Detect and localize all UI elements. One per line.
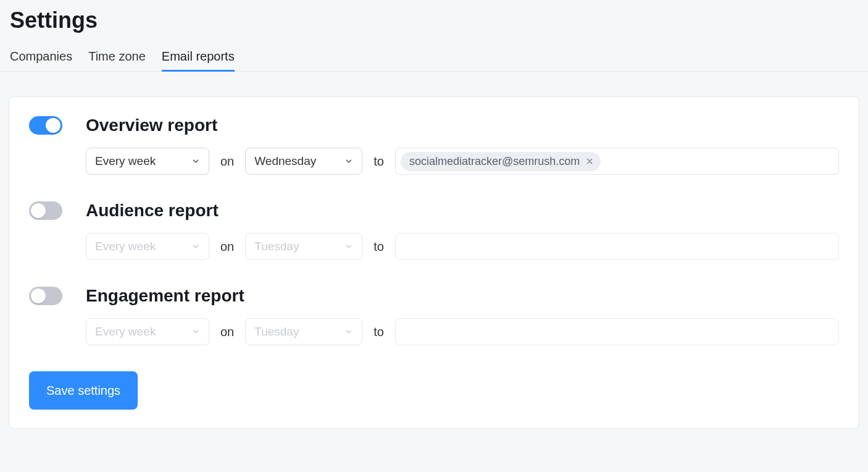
overview-on-label: on bbox=[220, 154, 234, 169]
audience-frequency-select: Every week bbox=[86, 233, 209, 260]
chevron-down-icon bbox=[344, 242, 353, 251]
engagement-frequency-select: Every week bbox=[86, 318, 209, 345]
engagement-on-label: on bbox=[220, 325, 234, 339]
chevron-down-icon bbox=[191, 327, 200, 336]
audience-report-toggle[interactable] bbox=[29, 201, 62, 220]
overview-report-toggle[interactable] bbox=[29, 116, 62, 135]
audience-frequency-value: Every week bbox=[95, 240, 156, 253]
overview-email-chip: socialmediatracker@semrush.com bbox=[401, 152, 601, 171]
overview-report-title: Overview report bbox=[86, 116, 217, 135]
engagement-report-toggle[interactable] bbox=[29, 287, 62, 305]
audience-report-title: Audience report bbox=[86, 201, 219, 221]
chevron-down-icon bbox=[191, 242, 200, 251]
tab-email-reports[interactable]: Email reports bbox=[162, 44, 235, 71]
overview-email-chip-text: socialmediatracker@semrush.com bbox=[409, 155, 580, 168]
audience-day-value: Tuesday bbox=[254, 240, 299, 253]
overview-day-value: Wednesday bbox=[254, 154, 316, 168]
overview-day-select[interactable]: Wednesday bbox=[245, 148, 362, 175]
engagement-report-block: Engagement report Every week on Tuesday … bbox=[29, 286, 839, 345]
overview-frequency-select[interactable]: Every week bbox=[86, 148, 209, 175]
tab-time-zone[interactable]: Time zone bbox=[88, 44, 146, 71]
close-icon[interactable] bbox=[585, 156, 595, 166]
save-settings-button[interactable]: Save settings bbox=[29, 371, 138, 410]
engagement-report-title: Engagement report bbox=[86, 286, 244, 306]
overview-report-block: Overview report Every week on Wednesday … bbox=[29, 116, 839, 175]
audience-on-label: on bbox=[220, 240, 234, 254]
chevron-down-icon bbox=[344, 327, 353, 336]
audience-day-select: Tuesday bbox=[245, 233, 362, 260]
engagement-frequency-value: Every week bbox=[95, 325, 156, 339]
audience-report-block: Audience report Every week on Tuesday to bbox=[29, 201, 839, 260]
overview-to-label: to bbox=[373, 154, 384, 169]
overview-email-input[interactable]: socialmediatracker@semrush.com bbox=[395, 148, 839, 175]
chevron-down-icon bbox=[344, 157, 353, 166]
engagement-to-label: to bbox=[373, 325, 384, 339]
email-reports-panel: Overview report Every week on Wednesday … bbox=[9, 96, 859, 429]
audience-email-input bbox=[395, 233, 839, 260]
engagement-day-value: Tuesday bbox=[254, 325, 299, 339]
engagement-email-input bbox=[395, 318, 839, 345]
audience-to-label: to bbox=[373, 240, 384, 254]
tab-companies[interactable]: Companies bbox=[10, 44, 72, 71]
engagement-day-select: Tuesday bbox=[245, 318, 362, 345]
chevron-down-icon bbox=[191, 157, 200, 166]
settings-tab-bar: Companies Time zone Email reports bbox=[0, 44, 868, 72]
page-title: Settings bbox=[0, 0, 868, 44]
overview-frequency-value: Every week bbox=[95, 154, 156, 168]
